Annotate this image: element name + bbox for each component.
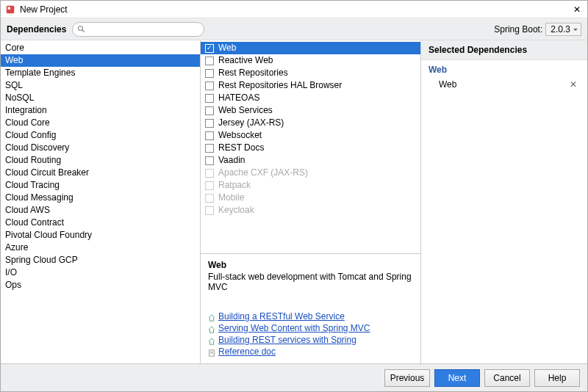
search-input[interactable] <box>86 24 199 35</box>
category-item[interactable]: Cloud Tracing <box>1 179 200 192</box>
option-label: Rest Repositories HAL Browser <box>218 80 342 91</box>
checkbox-icon <box>205 81 214 90</box>
option-list: ✓WebReactive WebRest RepositoriesRest Re… <box>201 40 420 253</box>
search-field[interactable] <box>72 22 204 37</box>
option-item[interactable]: Reactive Web <box>201 54 420 67</box>
spring-boot-label: Spring Boot: <box>494 24 542 35</box>
category-item[interactable]: Ops <box>1 279 200 291</box>
options-column: ✓WebReactive WebRest RepositoriesRest Re… <box>201 40 421 363</box>
option-item[interactable]: Web Services <box>201 104 420 117</box>
checkbox-icon <box>205 194 214 203</box>
remove-icon[interactable]: ✕ <box>570 79 577 90</box>
categories-column: CoreWebTemplate EnginesSQLNoSQLIntegrati… <box>1 40 201 363</box>
description-links: Building a RESTful Web ServiceServing We… <box>208 311 413 357</box>
category-item[interactable]: Cloud Contract <box>1 217 200 229</box>
option-item: Mobile <box>201 192 420 204</box>
category-item[interactable]: SQL <box>1 79 200 92</box>
checkbox-icon <box>205 181 214 190</box>
checkbox-icon <box>205 156 214 165</box>
reference-link[interactable]: Building a RESTful Web Service <box>208 311 413 322</box>
category-item[interactable]: Pivotal Cloud Foundry <box>1 229 200 242</box>
option-label: Rest Repositories <box>218 68 288 79</box>
option-label: Keycloak <box>218 205 254 216</box>
main-area: CoreWebTemplate EnginesSQLNoSQLIntegrati… <box>1 40 587 363</box>
option-item: Apache CXF (JAX-RS) <box>201 167 420 179</box>
selected-dependency-label: Web <box>439 79 456 90</box>
option-item: Ratpack <box>201 179 420 192</box>
category-item[interactable]: I/O <box>1 266 200 279</box>
option-item[interactable]: Jersey (JAX-RS) <box>201 117 420 129</box>
selected-dependencies-body: Web Web✕ <box>421 60 587 363</box>
option-label: Web Services <box>218 105 273 116</box>
option-item[interactable]: Websocket <box>201 129 420 142</box>
option-item[interactable]: Rest Repositories <box>201 67 420 79</box>
option-item[interactable]: REST Docs <box>201 142 420 154</box>
description-title: Web <box>208 260 413 270</box>
option-item[interactable]: HATEOAS <box>201 92 420 104</box>
previous-button[interactable]: Previous <box>384 369 430 387</box>
category-item[interactable]: Cloud Discovery <box>1 142 200 154</box>
selected-dependencies-header: Selected Dependencies <box>421 40 587 60</box>
checkbox-icon <box>205 144 214 153</box>
cancel-button[interactable]: Cancel <box>484 369 530 387</box>
reference-link[interactable]: Serving Web Content with Spring MVC <box>208 322 413 334</box>
doc-icon <box>208 348 215 355</box>
spring-boot-version-select[interactable]: 2.0.3 <box>545 23 581 36</box>
description-text: Full-stack web development with Tomcat a… <box>208 272 413 292</box>
checkbox-icon <box>205 119 214 128</box>
checkbox-icon <box>205 69 214 78</box>
reference-link[interactable]: Building REST services with Spring <box>208 334 413 346</box>
category-item[interactable]: Cloud Core <box>1 117 200 129</box>
category-item[interactable]: Cloud Circuit Breaker <box>1 167 200 179</box>
dependencies-label: Dependencies <box>7 24 66 35</box>
category-item[interactable]: Integration <box>1 104 200 117</box>
checkbox-icon <box>205 206 214 215</box>
category-item[interactable]: Cloud AWS <box>1 204 200 217</box>
help-button[interactable]: Help <box>534 369 580 387</box>
checkbox-icon: ✓ <box>205 44 214 53</box>
category-item[interactable]: NoSQL <box>1 92 200 104</box>
option-label: Vaadin <box>218 155 245 166</box>
next-button[interactable]: Next <box>434 369 480 387</box>
option-item[interactable]: Rest Repositories HAL Browser <box>201 79 420 92</box>
checkbox-icon <box>205 131 214 140</box>
category-item[interactable]: Cloud Config <box>1 129 200 142</box>
category-item[interactable]: Azure <box>1 242 200 254</box>
reference-link[interactable]: Reference doc <box>208 346 413 357</box>
category-item[interactable]: Spring Cloud GCP <box>1 254 200 266</box>
svg-line-3 <box>82 30 85 32</box>
selected-dependency-item: Web✕ <box>429 78 580 91</box>
home-icon <box>208 324 215 332</box>
title-bar: New Project ✕ <box>1 1 587 18</box>
option-label: Mobile <box>218 192 244 203</box>
svg-point-2 <box>79 26 83 31</box>
option-label: Apache CXF (JAX-RS) <box>218 167 308 178</box>
checkbox-icon <box>205 94 214 103</box>
checkbox-icon <box>205 169 214 178</box>
selected-column: Selected Dependencies Web Web✕ <box>421 40 587 363</box>
home-icon <box>208 313 215 320</box>
option-label: Web <box>218 43 236 54</box>
category-item[interactable]: Template Engines <box>1 67 200 79</box>
footer-bar: Previous Next Cancel Help <box>1 363 587 391</box>
option-label: HATEOAS <box>218 92 259 104</box>
option-label: Ratpack <box>218 180 251 191</box>
home-icon <box>208 336 215 344</box>
header-bar: Dependencies Spring Boot: 2.0.3 <box>1 18 587 40</box>
category-item[interactable]: Core <box>1 42 200 54</box>
option-item[interactable]: ✓Web <box>201 42 420 54</box>
option-label: Websocket <box>218 130 262 141</box>
search-icon <box>77 25 86 34</box>
category-list: CoreWebTemplate EnginesSQLNoSQLIntegrati… <box>1 40 200 363</box>
window-title: New Project <box>20 4 571 15</box>
description-panel: Web Full-stack web development with Tomc… <box>201 253 420 363</box>
category-item[interactable]: Cloud Messaging <box>1 192 200 204</box>
selected-group-label: Web <box>429 65 580 75</box>
close-icon[interactable]: ✕ <box>571 4 583 15</box>
option-item[interactable]: Vaadin <box>201 154 420 167</box>
app-icon <box>5 4 15 15</box>
svg-rect-1 <box>8 7 11 10</box>
category-item[interactable]: Web <box>1 54 200 67</box>
category-item[interactable]: Cloud Routing <box>1 154 200 167</box>
option-label: Jersey (JAX-RS) <box>218 117 284 128</box>
